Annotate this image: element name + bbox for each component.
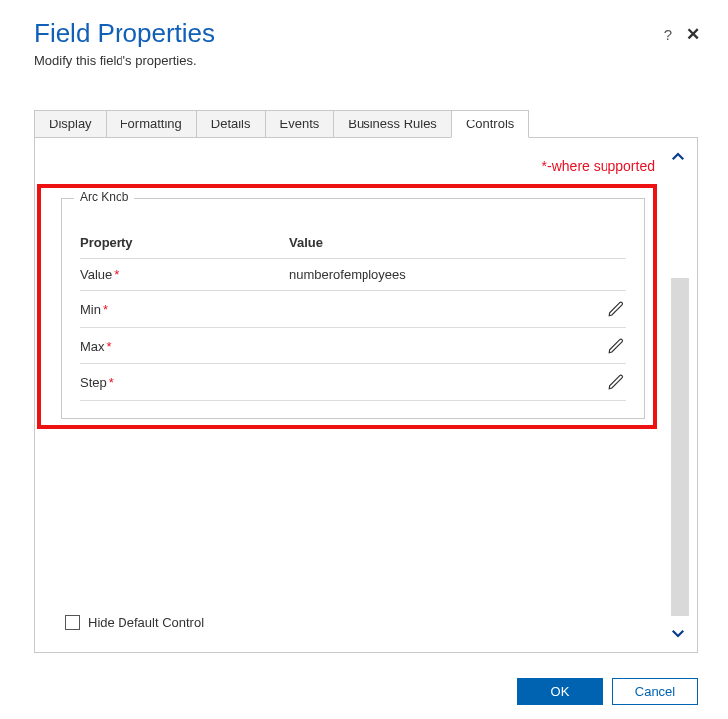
- edit-icon[interactable]: [607, 336, 626, 356]
- controls-panel: *-where supported Arc Knob Property Valu…: [34, 137, 698, 653]
- col-header-value: Value: [289, 235, 591, 250]
- hide-default-control-checkbox[interactable]: Hide Default Control: [65, 615, 204, 630]
- tab-formatting[interactable]: Formatting: [106, 110, 197, 138]
- dialog-header: Field Properties Modify this field's pro…: [34, 18, 698, 68]
- required-mark: *: [109, 375, 114, 390]
- prop-name: Max: [80, 339, 105, 354]
- help-icon[interactable]: ?: [664, 26, 672, 43]
- edit-icon[interactable]: [607, 299, 626, 319]
- close-icon[interactable]: ✕: [686, 24, 700, 45]
- cancel-button[interactable]: Cancel: [612, 678, 698, 705]
- tab-display[interactable]: Display: [34, 110, 107, 138]
- hide-default-label: Hide Default Control: [88, 615, 204, 630]
- prop-label: Min*: [80, 302, 289, 317]
- property-grid: Property Value Value* numberofemployees: [62, 227, 644, 401]
- row-max: Max*: [80, 328, 626, 364]
- prop-label: Value*: [80, 267, 289, 282]
- scrollbar-track[interactable]: [671, 278, 689, 616]
- required-mark: *: [114, 267, 119, 282]
- scroll-down-icon[interactable]: [667, 622, 689, 644]
- prop-name: Step: [80, 375, 107, 390]
- header-icons: ? ✕: [664, 24, 700, 45]
- tab-events[interactable]: Events: [265, 110, 335, 138]
- tab-controls[interactable]: Controls: [451, 110, 529, 138]
- prop-label: Max*: [80, 339, 289, 354]
- required-mark: *: [103, 302, 108, 317]
- arc-knob-group: Arc Knob Property Value Value* numberofe…: [61, 198, 645, 419]
- edit-icon[interactable]: [607, 372, 626, 392]
- tabs: Display Formatting Details Events Busine…: [34, 110, 698, 138]
- supported-note: *-where supported: [542, 158, 655, 174]
- prop-value: numberofemployees: [289, 267, 591, 282]
- prop-label: Step*: [80, 375, 289, 390]
- row-value: Value* numberofemployees: [80, 259, 626, 291]
- row-step: Step*: [80, 364, 626, 401]
- prop-name: Min: [80, 302, 101, 317]
- checkbox-icon: [65, 615, 80, 630]
- grid-header: Property Value: [80, 227, 626, 259]
- field-properties-dialog: Field Properties Modify this field's pro…: [0, 0, 728, 719]
- dialog-subtitle: Modify this field's properties.: [34, 53, 698, 68]
- scroll-up-icon[interactable]: [667, 146, 689, 168]
- dialog-title: Field Properties: [34, 18, 698, 49]
- tab-business-rules[interactable]: Business Rules: [333, 110, 452, 138]
- required-mark: *: [107, 339, 112, 354]
- row-min: Min*: [80, 291, 626, 328]
- panel-inner: *-where supported Arc Knob Property Valu…: [51, 160, 655, 636]
- tab-area: Display Formatting Details Events Busine…: [34, 110, 698, 653]
- tab-details[interactable]: Details: [196, 110, 266, 138]
- prop-name: Value: [80, 267, 112, 282]
- ok-button[interactable]: OK: [517, 678, 603, 705]
- dialog-footer: OK Cancel: [517, 678, 698, 705]
- col-header-property: Property: [80, 235, 289, 250]
- group-legend: Arc Knob: [74, 190, 134, 204]
